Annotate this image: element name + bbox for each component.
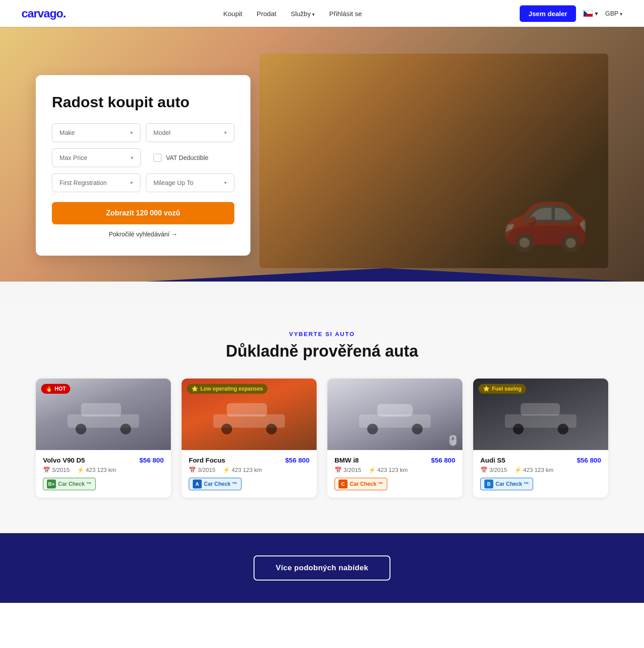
- hero-content: Radost koupit auto Make ▾ Model ▾ Max Pr…: [0, 27, 644, 304]
- grade-badge: B Car Check ™: [480, 478, 533, 490]
- car-meta: 📅 3/2015 ⚡ 423 123 km: [43, 467, 164, 473]
- car-name: Ford Focus: [189, 456, 225, 464]
- czech-flag-icon: [583, 10, 593, 17]
- car-check-row: B Car Check ™: [480, 478, 601, 490]
- logo[interactable]: carvago.: [21, 7, 66, 21]
- max-price-arrow-icon: ▾: [131, 155, 133, 161]
- car-price: $56 800: [285, 456, 309, 464]
- svg-point-3: [120, 424, 131, 434]
- form-row-2: Max Price ▾ VAT Deductible: [52, 148, 234, 167]
- currency-selector[interactable]: GBP: [605, 10, 623, 17]
- svg-rect-13: [521, 403, 560, 416]
- svg-point-15: [558, 424, 568, 434]
- model-label: Model: [153, 129, 170, 136]
- car-price: $56 800: [140, 456, 164, 464]
- form-row-3: First Registration ▾ Mileage Up To ▾: [52, 173, 234, 192]
- fuel-badge: ⭐ Fuel saving: [479, 384, 526, 394]
- car-card-volvo[interactable]: 🔥 HOT Volvo V90 D5 $56 800 📅 3/2015 ⚡: [36, 379, 171, 497]
- cta-section: Více podobných nabídek: [0, 533, 644, 603]
- make-select[interactable]: Make ▾: [52, 123, 140, 142]
- cars-grid: 🔥 HOT Volvo V90 D5 $56 800 📅 3/2015 ⚡: [36, 379, 608, 497]
- mileage-icon: ⚡: [514, 467, 521, 473]
- nav-sluzby[interactable]: Služby: [291, 10, 315, 17]
- flag-arrow-icon: ▾: [595, 10, 598, 17]
- mileage-select[interactable]: Mileage Up To ▾: [146, 173, 234, 192]
- form-row-1: Make ▾ Model ▾: [52, 123, 234, 142]
- car-info: Volvo V90 D5 $56 800 📅 3/2015 ⚡ 423 123 …: [36, 450, 171, 497]
- nav-right: Jsem dealer ▾ GBP: [520, 5, 623, 22]
- car-name: Audi S5: [480, 456, 505, 464]
- grade-pill: A: [193, 480, 202, 488]
- svg-point-6: [221, 424, 232, 434]
- cursor-icon: 🖱️: [447, 435, 459, 446]
- hero-section: Radost koupit auto Make ▾ Model ▾ Max Pr…: [0, 27, 644, 304]
- car-image-wrap: 🔥 HOT: [36, 379, 171, 450]
- more-offers-button[interactable]: Více podobných nabídek: [254, 555, 391, 581]
- car-check-row: A Car Check ™: [189, 478, 309, 490]
- star-icon: ⭐: [191, 386, 198, 392]
- mileage-icon: ⚡: [223, 467, 230, 473]
- car-meta: 📅 3/2015 ⚡ 423 123 km: [335, 467, 455, 473]
- car-name: Volvo V90 D5: [43, 456, 85, 464]
- car-price: $56 800: [577, 456, 601, 464]
- car-image-wrap: ⭐ Fuel saving: [473, 379, 608, 450]
- first-reg-arrow-icon: ▾: [130, 180, 133, 186]
- car-image-bmw: [327, 379, 462, 450]
- search-button[interactable]: Zobrazit 120 000 vozů: [52, 202, 234, 224]
- language-selector[interactable]: ▾: [583, 10, 598, 17]
- vat-label: VAT Deductible: [166, 154, 208, 161]
- car-image-wrap: 🖱️: [327, 379, 462, 450]
- car-silhouette-icon: [59, 394, 148, 434]
- hero-title: Radost koupit auto: [52, 93, 234, 111]
- car-meta: 📅 3/2015 ⚡ 423 123 km: [189, 467, 309, 473]
- dealer-button[interactable]: Jsem dealer: [520, 5, 576, 22]
- mileage-arrow-icon: ▾: [224, 180, 227, 186]
- model-select[interactable]: Model ▾: [146, 123, 234, 142]
- vat-checkbox-row: VAT Deductible: [146, 148, 234, 167]
- svg-rect-1: [81, 403, 121, 417]
- nav-prihlasit[interactable]: Přihlásit se: [329, 10, 362, 17]
- car-card-bmw[interactable]: 🖱️ BMW i8 $56 800 📅 3/2015 ⚡ 423 123 km: [327, 379, 462, 497]
- calendar-icon: 📅: [189, 467, 196, 473]
- badge-text: HOT: [55, 386, 66, 392]
- grade-pill: C: [339, 480, 347, 488]
- hot-badge: 🔥 HOT: [41, 384, 70, 394]
- make-arrow-icon: ▾: [130, 130, 133, 136]
- car-meta: 📅 3/2015 ⚡ 423 123 km: [480, 467, 601, 473]
- car-card-ford[interactable]: ⭐ Low operating expanses Ford Focus $56 …: [182, 379, 317, 497]
- badge-text: Low operating expanses: [200, 386, 263, 392]
- grade-pill: B: [484, 480, 493, 488]
- calendar-icon: 📅: [335, 467, 342, 473]
- make-label: Make: [59, 129, 75, 136]
- svg-rect-9: [377, 404, 413, 417]
- car-info: Audi S5 $56 800 📅 3/2015 ⚡ 423 123 km: [473, 450, 608, 497]
- svg-point-7: [266, 424, 277, 434]
- nav-koupit[interactable]: Koupit: [223, 10, 242, 17]
- nav-prodat[interactable]: Prodat: [257, 10, 276, 17]
- section-label: VYBERTE SI AUTO: [36, 331, 608, 337]
- advanced-search-link[interactable]: Pokročilé vyhledávání →: [52, 231, 234, 238]
- grade-badge: A Car Check ™: [189, 478, 242, 490]
- vat-checkbox[interactable]: [153, 154, 161, 162]
- svg-point-2: [76, 424, 86, 434]
- calendar-icon: 📅: [480, 467, 487, 473]
- mileage-icon: ⚡: [77, 467, 84, 473]
- car-silhouette-icon: [204, 394, 294, 434]
- cars-section: VYBERTE SI AUTO Důkladně prověřená auta …: [0, 304, 644, 533]
- svg-point-14: [513, 424, 524, 434]
- badge-text: Fuel saving: [492, 386, 521, 392]
- car-silhouette-icon: [496, 394, 585, 434]
- first-reg-label: First Registration: [59, 179, 107, 186]
- mileage-label: Mileage Up To: [153, 179, 193, 186]
- fire-icon: 🔥: [46, 386, 52, 392]
- car-check-row: C Car Check ™: [335, 478, 455, 490]
- grade-badge: C Car Check ™: [335, 478, 387, 490]
- car-card-audi[interactable]: ⭐ Fuel saving Audi S5 $56 800 📅 3/2015 ⚡: [473, 379, 608, 497]
- car-name: BMW i8: [335, 456, 359, 464]
- navbar: carvago. Koupit Prodat Služby Přihlásit …: [0, 0, 644, 27]
- car-price: $56 800: [431, 456, 455, 464]
- car-image-wrap: ⭐ Low operating expanses: [182, 379, 317, 450]
- first-reg-select[interactable]: First Registration ▾: [52, 173, 140, 192]
- max-price-select[interactable]: Max Price ▾: [52, 148, 141, 167]
- mileage-icon: ⚡: [369, 467, 376, 473]
